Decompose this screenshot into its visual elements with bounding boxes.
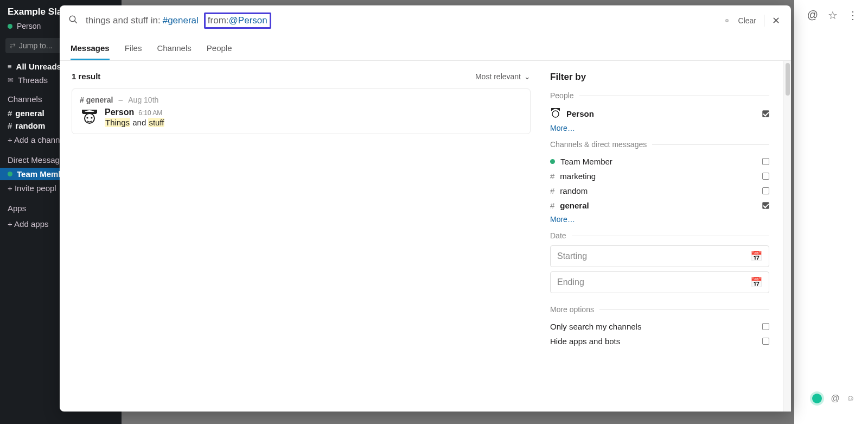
result-sep: – xyxy=(118,96,123,104)
tab-channels[interactable]: Channels xyxy=(157,43,191,60)
presence-dot-icon xyxy=(8,172,12,176)
date-start-input[interactable]: Starting 📅 xyxy=(550,245,769,267)
tab-messages[interactable]: Messages xyxy=(71,43,110,60)
star-icon[interactable]: ☆ xyxy=(828,9,838,22)
checkbox[interactable] xyxy=(762,323,769,330)
scrollbar-thumb[interactable] xyxy=(786,63,790,96)
add-apps-label: Add apps xyxy=(14,219,48,229)
highlight: Things xyxy=(105,118,130,127)
results-pane: 1 result Most relevant ⌄ # general – Aug… xyxy=(60,61,542,412)
checkbox[interactable] xyxy=(762,187,769,194)
emoji-icon[interactable]: ☺ xyxy=(846,394,855,403)
result-channel: # general xyxy=(80,96,113,104)
search-result[interactable]: # general – Aug 10th Person 6:10 AM xyxy=(72,88,531,134)
svg-point-4 xyxy=(86,117,88,118)
tab-people[interactable]: People xyxy=(207,43,232,60)
filter-dm-row[interactable]: Team Member xyxy=(550,154,769,169)
channel-label: general xyxy=(15,109,44,118)
channel-label: random xyxy=(15,121,45,130)
filter-item-label: general xyxy=(560,201,589,210)
header-icons: @ ☆ ⋮ xyxy=(807,9,858,22)
jump-icon: ⇄ xyxy=(10,42,16,50)
svg-point-7 xyxy=(552,111,559,117)
add-channel-label: Add a chann xyxy=(14,135,60,144)
chevron-down-icon: ⌄ xyxy=(524,72,531,81)
filter-channel-row[interactable]: #general xyxy=(550,198,769,213)
checkbox[interactable] xyxy=(762,158,769,165)
checkbox[interactable] xyxy=(762,173,769,180)
filter-more-options-heading: More options xyxy=(550,305,769,314)
date-end-input[interactable]: Ending 📅 xyxy=(550,271,769,293)
text-part: and xyxy=(130,118,148,127)
hash-icon: # xyxy=(550,201,554,210)
checkbox[interactable] xyxy=(762,202,769,209)
svg-point-5 xyxy=(91,117,92,118)
filter-person-name: Person xyxy=(566,109,594,118)
query-from-label: from: xyxy=(208,15,229,26)
search-icon xyxy=(68,15,78,27)
unreads-icon: ≡ xyxy=(8,62,12,71)
query-from-token: from: @Person xyxy=(204,12,271,29)
mention-icon[interactable]: @ xyxy=(831,394,839,403)
checkbox[interactable] xyxy=(762,338,769,345)
filter-person-row[interactable]: Person xyxy=(550,105,769,122)
results-count: 1 result xyxy=(72,72,100,81)
query-text: things and stuff in: xyxy=(86,15,161,26)
search-bar: things and stuff in:#general from: @Pers… xyxy=(60,5,791,33)
filter-option-label: Only search my channels xyxy=(550,322,641,331)
close-icon[interactable]: ✕ xyxy=(770,12,782,29)
more-channels-link[interactable]: More… xyxy=(550,213,769,231)
checkbox[interactable] xyxy=(762,110,769,117)
filter-option-row[interactable]: Hide apps and bots xyxy=(550,334,769,349)
avatar xyxy=(550,108,561,119)
mentions-icon[interactable]: @ xyxy=(807,9,818,22)
query-channel-token: #general xyxy=(163,15,199,26)
kebab-menu-icon[interactable]: ⋮ xyxy=(847,9,858,22)
filter-channel-row[interactable]: #random xyxy=(550,183,769,198)
tab-files[interactable]: Files xyxy=(125,43,142,60)
filter-panel: Filter by People Person More… Channels &… xyxy=(542,61,783,412)
all-unreads-label: All Unreads xyxy=(16,62,61,71)
user-name: Person xyxy=(17,22,41,30)
search-query[interactable]: things and stuff in:#general from: @Pers… xyxy=(86,12,725,29)
scrollbar[interactable] xyxy=(783,61,791,412)
loading-spinner-icon xyxy=(725,19,729,22)
highlight: stuff xyxy=(148,118,164,127)
clear-button[interactable]: Clear xyxy=(738,16,756,25)
sort-label: Most relevant xyxy=(475,72,521,81)
more-people-link[interactable]: More… xyxy=(550,122,769,140)
result-date: Aug 10th xyxy=(128,96,158,104)
result-message: Things and stuff xyxy=(105,118,164,127)
filter-item-label: random xyxy=(560,186,588,195)
hash-icon: # xyxy=(550,172,554,181)
filter-option-row[interactable]: Only search my channels xyxy=(550,319,769,334)
presence-dot-icon xyxy=(550,159,555,164)
filter-date-heading: Date xyxy=(550,231,769,240)
filter-cdm-heading: Channels & direct messages xyxy=(550,140,769,149)
hash-icon: # xyxy=(550,186,554,195)
threads-label: Threads xyxy=(18,75,48,85)
result-time: 6:10 AM xyxy=(138,109,162,117)
calendar-icon: 📅 xyxy=(750,276,762,288)
filter-channel-row[interactable]: #marketing xyxy=(550,169,769,183)
composer-icons: @ ☺ xyxy=(810,391,855,406)
filter-item-label: Team Member xyxy=(560,157,612,166)
filter-title: Filter by xyxy=(550,72,769,83)
jump-placeholder: Jump to... xyxy=(19,41,52,50)
search-tabs: Messages Files Channels People xyxy=(60,33,791,61)
filter-option-label: Hide apps and bots xyxy=(550,337,620,346)
threads-icon: ✉ xyxy=(8,76,14,84)
date-placeholder: Ending xyxy=(557,277,584,287)
calendar-icon: 📅 xyxy=(750,250,762,262)
divider xyxy=(764,15,764,27)
search-modal: things and stuff in:#general from: @Pers… xyxy=(60,5,791,412)
svg-point-0 xyxy=(69,16,75,22)
filter-people-heading: People xyxy=(550,91,769,100)
grammarly-icon[interactable] xyxy=(810,391,824,406)
result-user: Person xyxy=(105,107,134,117)
presence-dot-icon xyxy=(8,24,12,29)
sort-dropdown[interactable]: Most relevant ⌄ xyxy=(475,72,531,81)
filter-item-label: marketing xyxy=(560,172,596,181)
svg-line-1 xyxy=(75,21,77,23)
invite-label: Invite peopl xyxy=(15,183,56,193)
